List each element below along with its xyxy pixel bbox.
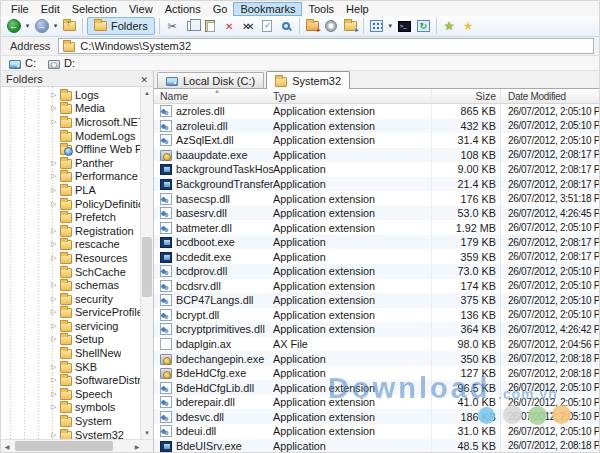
tree-item[interactable]: ServiceProfiles (1, 306, 140, 320)
scroll-thumb[interactable] (15, 441, 113, 451)
properties-button[interactable] (259, 18, 276, 35)
file-row[interactable]: bcdprov.dll Application extension 73.0 K… (154, 264, 599, 279)
file-row[interactable]: bdechangepin.exe Application 350 KB 26/0… (154, 351, 599, 366)
up-button[interactable] (61, 18, 78, 35)
menu-item[interactable]: Bookmarks (233, 2, 302, 16)
menu-item[interactable]: File (5, 2, 35, 16)
scroll-thumb[interactable] (142, 237, 152, 297)
tree-item[interactable]: Prefetch (1, 210, 140, 224)
file-row[interactable]: bcdedit.exe Application 359 KB 26/07/201… (154, 249, 599, 264)
expand-arrow-icon[interactable] (51, 403, 60, 411)
menu-item[interactable]: Help (340, 2, 375, 16)
tree-item[interactable]: servicing (1, 319, 140, 333)
expand-arrow-icon[interactable] (51, 91, 60, 99)
file-row[interactable]: BdeHdCfg.exe Application 127 KB 26/07/20… (154, 366, 599, 381)
tree-item[interactable]: Setup (1, 333, 140, 347)
tree-item[interactable]: rescache (1, 238, 140, 252)
forward-dropdown[interactable] (52, 18, 59, 35)
tree-item[interactable]: ModemLogs (1, 129, 140, 143)
tab[interactable]: Local Disk (C:) (157, 72, 264, 88)
tree-item[interactable]: System32 (1, 428, 140, 439)
expand-arrow-icon[interactable] (51, 295, 60, 303)
file-row[interactable]: BCP47Langs.dll Application extension 375… (154, 293, 599, 308)
tree-item[interactable]: SchCache (1, 265, 140, 279)
file-row[interactable]: bcryptprimitives.dll Application extensi… (154, 322, 599, 337)
drive-button[interactable]: D: (48, 57, 75, 69)
expand-arrow-icon[interactable] (51, 240, 60, 248)
column-header-type[interactable]: Type (273, 90, 431, 102)
menu-item[interactable]: Edit (35, 2, 66, 16)
file-row[interactable]: backgroundTaskHost... Application 9.00 K… (154, 162, 599, 177)
view-mode-dropdown[interactable] (387, 18, 394, 35)
expand-arrow-icon[interactable] (51, 159, 60, 167)
menu-item[interactable]: Selection (66, 2, 123, 16)
scroll-up-icon[interactable] (141, 87, 153, 99)
tree-item[interactable]: Media (1, 102, 140, 116)
forward-button[interactable] (33, 18, 50, 35)
expand-arrow-icon[interactable] (51, 254, 60, 262)
file-row[interactable]: bderepair.dll Application extension 41.0… (154, 395, 599, 410)
back-button[interactable] (5, 18, 22, 35)
tree-item[interactable]: Performance (1, 170, 140, 184)
tree-item[interactable]: SoftwareDistrib (1, 373, 140, 387)
expand-arrow-icon[interactable] (51, 227, 60, 235)
tab[interactable]: System32 (266, 71, 350, 89)
address-input[interactable]: C:\Windows\System32 (58, 38, 594, 54)
paste-button[interactable] (202, 18, 219, 35)
tree-item[interactable]: System (1, 414, 140, 428)
expand-arrow-icon[interactable] (51, 118, 60, 126)
file-row[interactable]: BackgroundTransfer... Application 21.4 K… (154, 177, 599, 192)
cut-button[interactable] (164, 18, 181, 35)
scroll-right-icon[interactable] (131, 440, 143, 452)
expand-arrow-icon[interactable] (51, 281, 60, 289)
folder-share-button[interactable] (304, 18, 321, 35)
close-icon[interactable] (140, 73, 148, 85)
file-row[interactable]: AzSqlExt.dll Application extension 31.4 … (154, 133, 599, 148)
file-row[interactable]: BdeUISrv.exe Application 48.5 KB 26/07/2… (154, 439, 599, 452)
refresh-button[interactable] (415, 18, 432, 35)
tree-item[interactable]: Speech (1, 387, 140, 401)
file-row[interactable]: azroleui.dll Application extension 432 K… (154, 119, 599, 134)
menu-item[interactable]: Tools (302, 2, 340, 16)
file-row[interactable]: baaupdate.exe Application 108 KB 26/07/2… (154, 148, 599, 163)
expand-arrow-icon[interactable] (51, 363, 60, 371)
tree-item[interactable]: Offline Web Pag (1, 142, 140, 156)
tree-item[interactable]: Logs (1, 88, 140, 102)
scroll-left-icon[interactable] (1, 440, 13, 452)
tree-item[interactable]: ShellNew (1, 346, 140, 360)
delete-all-button[interactable] (240, 18, 257, 35)
expand-arrow-icon[interactable] (51, 322, 60, 330)
menu-item[interactable]: Actions (159, 2, 207, 16)
tree-item[interactable]: Panther (1, 156, 140, 170)
file-row[interactable]: basesrv.dll Application extension 53.0 K… (154, 206, 599, 221)
drive-button[interactable]: C: (9, 57, 36, 69)
file-row[interactable]: basecsp.dll Application extension 176 KB… (154, 191, 599, 206)
tree-item[interactable]: security (1, 292, 140, 306)
back-dropdown[interactable] (24, 18, 31, 35)
column-header-size[interactable]: Size (431, 89, 500, 103)
scroll-down-icon[interactable] (141, 427, 153, 439)
terminal-button[interactable] (396, 18, 413, 35)
tree-item[interactable]: Registration (1, 224, 140, 238)
delete-button[interactable] (221, 18, 238, 35)
bookmark-add-button[interactable] (441, 18, 458, 35)
tree-item[interactable]: PLA (1, 183, 140, 197)
expand-arrow-icon[interactable] (51, 172, 60, 180)
expand-arrow-icon[interactable] (51, 431, 60, 439)
tree-item[interactable]: symbols (1, 401, 140, 415)
tree-horizontal-scrollbar[interactable] (1, 439, 153, 452)
tree-vertical-scrollbar[interactable] (140, 87, 153, 439)
search-button[interactable] (278, 18, 295, 35)
folder-go-button[interactable] (342, 18, 359, 35)
file-row[interactable]: batmeter.dll Application extension 1.92 … (154, 220, 599, 235)
tree-item[interactable]: PolicyDefinition (1, 197, 140, 211)
file-row[interactable]: bcdboot.exe Application 179 KB 26/07/201… (154, 235, 599, 250)
expand-arrow-icon[interactable] (51, 186, 60, 194)
tree-item[interactable]: schemas (1, 278, 140, 292)
expand-arrow-icon[interactable] (51, 200, 60, 208)
menu-item[interactable]: Go (207, 2, 234, 16)
file-row[interactable]: BdeHdCfgLib.dll Application extension 96… (154, 380, 599, 395)
file-row[interactable]: bdaplgin.ax AX File 98.0 KB 26/07/2012, … (154, 337, 599, 352)
tree-item[interactable]: Microsoft.NET (1, 115, 140, 129)
tree-item[interactable]: SKB (1, 360, 140, 374)
